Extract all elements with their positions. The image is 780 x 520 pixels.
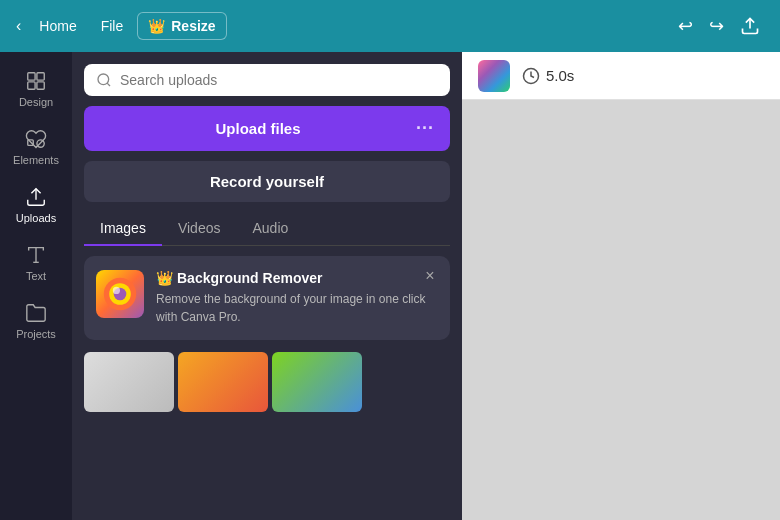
bg-remover-description: Remove the background of your image in o…	[156, 290, 438, 326]
thumbnail-3[interactable]	[272, 352, 362, 412]
svg-rect-4	[37, 82, 44, 89]
bg-remover-icon	[96, 270, 144, 318]
canvas-area: 5.0s	[462, 52, 780, 520]
sidebar-label-uploads: Uploads	[16, 212, 56, 224]
tab-images[interactable]: Images	[84, 212, 162, 246]
svg-point-15	[113, 287, 120, 294]
record-yourself-label: Record yourself	[210, 173, 324, 190]
topbar-actions: ↩ ↪	[674, 11, 764, 41]
timer-value: 5.0s	[546, 67, 574, 84]
svg-rect-1	[28, 73, 35, 80]
search-box[interactable]	[84, 64, 450, 96]
sidebar-label-projects: Projects	[16, 328, 56, 340]
crown-icon: 👑	[148, 18, 165, 34]
sidebar-item-uploads[interactable]: Uploads	[0, 176, 72, 234]
svg-rect-2	[37, 73, 44, 80]
svg-point-10	[98, 74, 109, 85]
svg-line-11	[107, 83, 110, 86]
thumbnail-1[interactable]	[84, 352, 174, 412]
cloud-save-button[interactable]	[736, 12, 764, 40]
sidebar-label-elements: Elements	[13, 154, 59, 166]
record-yourself-button[interactable]: Record yourself	[84, 161, 450, 202]
sidebar-item-text[interactable]: Text	[0, 234, 72, 292]
svg-rect-3	[28, 82, 35, 89]
tab-videos[interactable]: Videos	[162, 212, 237, 246]
resize-button[interactable]: 👑 Resize	[137, 12, 226, 40]
bg-remover-close-button[interactable]: ×	[420, 266, 440, 286]
sidebar-label-text: Text	[26, 270, 46, 282]
upload-more-options[interactable]: ···	[416, 118, 434, 139]
sidebar-item-elements[interactable]: Elements	[0, 118, 72, 176]
back-chevron[interactable]: ‹	[16, 17, 21, 35]
search-icon	[96, 72, 112, 88]
uploads-panel: Upload files ··· Record yourself Images …	[72, 52, 462, 520]
search-input[interactable]	[120, 72, 438, 88]
main-area: Design Elements Uploads Text	[0, 52, 780, 520]
sidebar-item-projects[interactable]: Projects	[0, 292, 72, 350]
timer-icon	[522, 67, 540, 85]
timer-display: 5.0s	[522, 67, 574, 85]
sidebar-label-design: Design	[19, 96, 53, 108]
undo-button[interactable]: ↩	[674, 11, 697, 41]
thumbnail-strip	[84, 352, 450, 412]
sidebar-icons: Design Elements Uploads Text	[0, 52, 72, 520]
sidebar-item-design[interactable]: Design	[0, 60, 72, 118]
bg-remover-title: 👑 Background Remover	[156, 270, 438, 286]
bg-remover-content: 👑 Background Remover Remove the backgrou…	[156, 270, 438, 326]
canvas-header: 5.0s	[462, 52, 780, 100]
bg-remover-card: 👑 Background Remover Remove the backgrou…	[84, 256, 450, 340]
upload-files-button[interactable]: Upload files ···	[84, 106, 450, 151]
thumbnail-2[interactable]	[178, 352, 268, 412]
file-nav-item[interactable]: File	[91, 12, 134, 40]
canvas-body[interactable]	[462, 100, 780, 520]
topbar: ‹ Home File 👑 Resize ↩ ↪	[0, 0, 780, 52]
tab-audio[interactable]: Audio	[236, 212, 304, 246]
upload-files-label: Upload files	[100, 120, 416, 137]
crown-icon-2: 👑	[156, 270, 173, 286]
resize-label: Resize	[171, 18, 215, 34]
media-tabs: Images Videos Audio	[84, 212, 450, 246]
home-nav-item[interactable]: Home	[29, 12, 86, 40]
canva-logo	[478, 60, 510, 92]
redo-button[interactable]: ↪	[705, 11, 728, 41]
topbar-nav: ‹ Home File 👑 Resize	[16, 12, 227, 40]
